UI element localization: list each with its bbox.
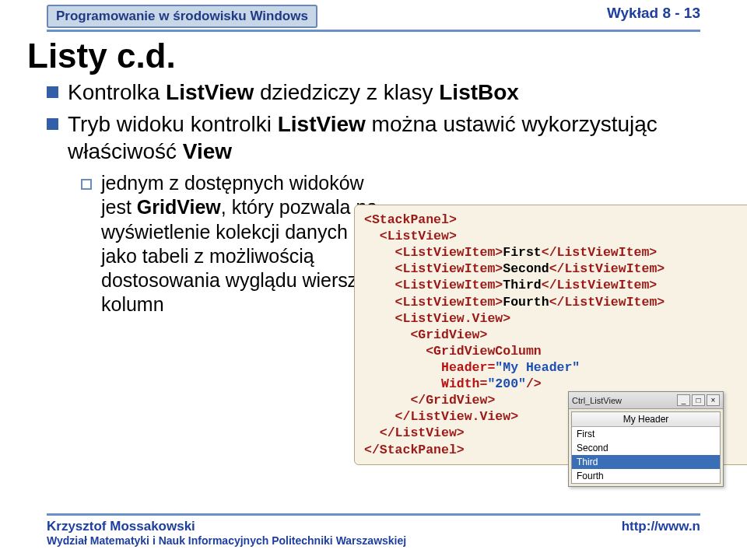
page-title: Listy c.d. xyxy=(27,37,747,75)
divider-top xyxy=(47,30,700,32)
footer-left: Krzysztof Mossakowski Wydział Matematyki… xyxy=(47,519,406,547)
listview-items: FirstSecondThirdFourth xyxy=(572,427,720,483)
top-bar: Programowanie w środowisku Windows Wykła… xyxy=(0,0,747,28)
maximize-button[interactable]: □ xyxy=(692,394,705,406)
list-item[interactable]: Fourth xyxy=(572,469,720,483)
footer-url: http://www.n xyxy=(622,519,700,534)
bullet-1-text: Kontrolka ListView dziedziczy z klasy Li… xyxy=(68,79,519,106)
bullet-icon xyxy=(47,86,58,98)
list-item[interactable]: Third xyxy=(572,455,720,469)
footer: Krzysztof Mossakowski Wydział Matematyki… xyxy=(0,513,747,560)
department: Wydział Matematyki i Nauk Informacyjnych… xyxy=(47,534,406,547)
sub-bullet-text: jednym z dostępnych widoków jest GridVie… xyxy=(101,171,381,317)
bullet-2-text: Tryb widoku kontrolki ListView można ust… xyxy=(68,110,724,165)
minimize-button[interactable]: _ xyxy=(677,394,690,406)
lecture-number: Wykład 8 - 13 xyxy=(607,5,700,22)
course-title: Programowanie w środowisku Windows xyxy=(47,5,317,28)
close-button[interactable]: × xyxy=(707,394,720,406)
bullet-2: Tryb widoku kontrolki ListView można ust… xyxy=(47,110,724,165)
list-item[interactable]: First xyxy=(572,427,720,441)
sub-bullet-icon xyxy=(81,179,92,190)
preview-window: Ctrl_ListView _ □ × My Header FirstSecon… xyxy=(568,391,724,487)
bullet-icon xyxy=(47,118,58,130)
gridview-column-header[interactable]: My Header xyxy=(572,412,720,427)
preview-title-text: Ctrl_ListView xyxy=(572,396,677,405)
preview-body: My Header FirstSecondThirdFourth xyxy=(571,411,721,484)
bullet-1: Kontrolka ListView dziedziczy z klasy Li… xyxy=(47,79,724,106)
list-item[interactable]: Second xyxy=(572,441,720,455)
window-buttons: _ □ × xyxy=(677,394,720,406)
author-name: Krzysztof Mossakowski xyxy=(47,519,406,534)
footer-row: Krzysztof Mossakowski Wydział Matematyki… xyxy=(0,516,747,547)
preview-titlebar: Ctrl_ListView _ □ × xyxy=(569,392,723,409)
content-area: Kontrolka ListView dziedziczy z klasy Li… xyxy=(47,79,724,317)
